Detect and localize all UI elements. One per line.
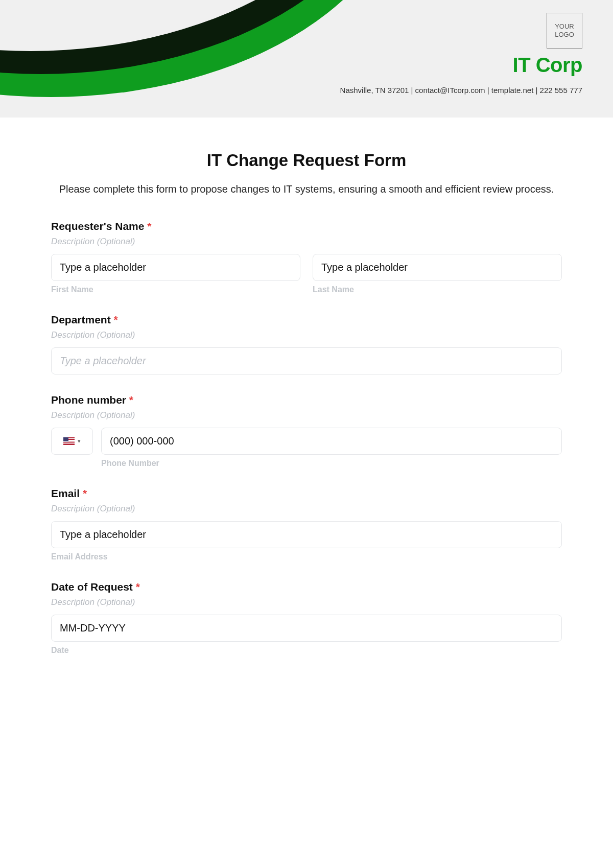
field-phone: Phone number * Description (Optional) ▾ …: [51, 394, 562, 468]
field-date: Date of Request * Description (Optional)…: [51, 581, 562, 655]
field-description: Description (Optional): [51, 237, 562, 247]
contact-line: Nashville, TN 37201 | contact@ITcorp.com…: [340, 86, 582, 95]
company-name: IT Corp: [340, 54, 582, 77]
form-intro: Please complete this form to propose cha…: [51, 181, 562, 197]
label-text: Department: [51, 314, 111, 325]
field-description: Description (Optional): [51, 410, 562, 420]
field-description: Description (Optional): [51, 597, 562, 607]
field-label: Email *: [51, 487, 562, 500]
header-banner: YOUR LOGO IT Corp Nashville, TN 37201 | …: [0, 0, 613, 118]
label-text: Requester's Name: [51, 220, 144, 232]
sub-label-email: Email Address: [51, 552, 562, 561]
sub-label-last-name: Last Name: [313, 285, 562, 294]
country-code-selector[interactable]: ▾: [51, 428, 93, 455]
sub-label-phone: Phone Number: [101, 459, 562, 468]
spacer: [0, 118, 613, 146]
field-label: Date of Request *: [51, 581, 562, 593]
sub-label-date: Date: [51, 646, 562, 655]
required-marker: *: [129, 394, 133, 406]
page: YOUR LOGO IT Corp Nashville, TN 37201 | …: [0, 0, 613, 868]
date-input[interactable]: [51, 615, 562, 642]
label-text: Date of Request: [51, 581, 133, 593]
phone-input[interactable]: [101, 428, 562, 455]
email-input[interactable]: [51, 521, 562, 548]
label-text: Phone number: [51, 394, 126, 406]
field-email: Email * Description (Optional) Email Add…: [51, 487, 562, 561]
field-description: Description (Optional): [51, 330, 562, 340]
field-label: Department *: [51, 314, 562, 326]
required-marker: *: [147, 220, 151, 232]
field-requester-name: Requester's Name * Description (Optional…: [51, 220, 562, 294]
required-marker: *: [136, 581, 140, 593]
sub-label-first-name: First Name: [51, 285, 300, 294]
label-text: Email: [51, 487, 80, 499]
first-name-input[interactable]: [51, 254, 300, 281]
form-container: IT Change Request Form Please complete t…: [0, 146, 613, 695]
header-info: YOUR LOGO IT Corp Nashville, TN 37201 | …: [340, 13, 582, 95]
required-marker: *: [114, 314, 118, 325]
field-label: Requester's Name *: [51, 220, 562, 232]
department-input[interactable]: [51, 347, 562, 374]
chevron-down-icon: ▾: [78, 438, 81, 444]
field-label: Phone number *: [51, 394, 562, 406]
field-description: Description (Optional): [51, 504, 562, 514]
required-marker: *: [83, 487, 87, 499]
last-name-input[interactable]: [313, 254, 562, 281]
us-flag-icon: [63, 437, 75, 445]
field-department: Department * Description (Optional): [51, 314, 562, 374]
form-title: IT Change Request Form: [51, 151, 562, 170]
logo-placeholder: YOUR LOGO: [547, 13, 582, 49]
